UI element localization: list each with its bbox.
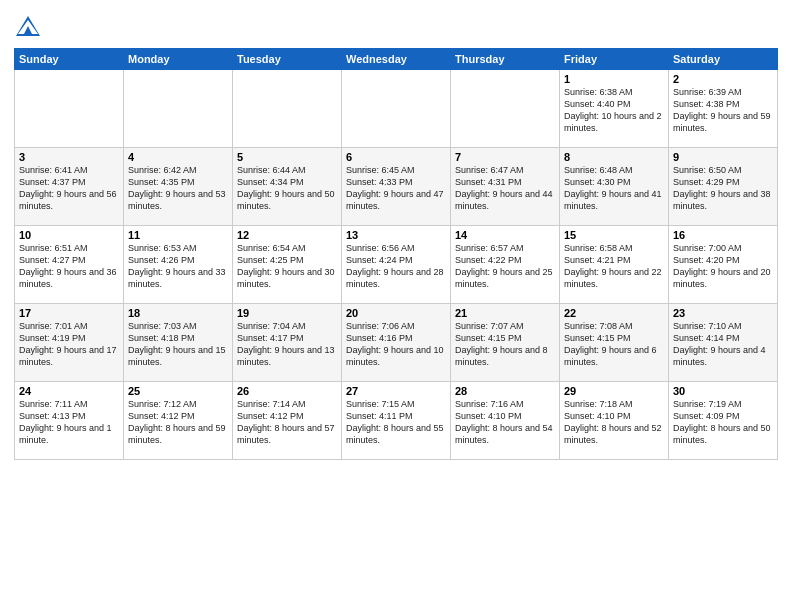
day-info: Sunrise: 7:14 AM Sunset: 4:12 PM Dayligh… <box>237 398 337 447</box>
day-info: Sunrise: 6:56 AM Sunset: 4:24 PM Dayligh… <box>346 242 446 291</box>
day-number: 7 <box>455 151 555 163</box>
day-info: Sunrise: 6:51 AM Sunset: 4:27 PM Dayligh… <box>19 242 119 291</box>
header-cell-wednesday: Wednesday <box>342 49 451 70</box>
header-cell-saturday: Saturday <box>669 49 778 70</box>
day-number: 5 <box>237 151 337 163</box>
day-number: 28 <box>455 385 555 397</box>
day-info: Sunrise: 6:48 AM Sunset: 4:30 PM Dayligh… <box>564 164 664 213</box>
calendar-cell: 11Sunrise: 6:53 AM Sunset: 4:26 PM Dayli… <box>124 226 233 304</box>
calendar-cell: 9Sunrise: 6:50 AM Sunset: 4:29 PM Daylig… <box>669 148 778 226</box>
day-info: Sunrise: 6:44 AM Sunset: 4:34 PM Dayligh… <box>237 164 337 213</box>
day-info: Sunrise: 7:07 AM Sunset: 4:15 PM Dayligh… <box>455 320 555 369</box>
day-info: Sunrise: 7:00 AM Sunset: 4:20 PM Dayligh… <box>673 242 773 291</box>
calendar-cell: 16Sunrise: 7:00 AM Sunset: 4:20 PM Dayli… <box>669 226 778 304</box>
calendar-cell: 14Sunrise: 6:57 AM Sunset: 4:22 PM Dayli… <box>451 226 560 304</box>
day-number: 23 <box>673 307 773 319</box>
day-number: 12 <box>237 229 337 241</box>
day-info: Sunrise: 6:47 AM Sunset: 4:31 PM Dayligh… <box>455 164 555 213</box>
day-info: Sunrise: 7:11 AM Sunset: 4:13 PM Dayligh… <box>19 398 119 447</box>
day-info: Sunrise: 6:50 AM Sunset: 4:29 PM Dayligh… <box>673 164 773 213</box>
day-number: 19 <box>237 307 337 319</box>
calendar-cell: 19Sunrise: 7:04 AM Sunset: 4:17 PM Dayli… <box>233 304 342 382</box>
day-info: Sunrise: 6:58 AM Sunset: 4:21 PM Dayligh… <box>564 242 664 291</box>
day-number: 18 <box>128 307 228 319</box>
week-row-2: 10Sunrise: 6:51 AM Sunset: 4:27 PM Dayli… <box>15 226 778 304</box>
calendar-cell: 23Sunrise: 7:10 AM Sunset: 4:14 PM Dayli… <box>669 304 778 382</box>
calendar-cell: 30Sunrise: 7:19 AM Sunset: 4:09 PM Dayli… <box>669 382 778 460</box>
day-number: 1 <box>564 73 664 85</box>
day-number: 11 <box>128 229 228 241</box>
day-number: 4 <box>128 151 228 163</box>
logo <box>14 14 46 42</box>
day-number: 16 <box>673 229 773 241</box>
day-info: Sunrise: 6:39 AM Sunset: 4:38 PM Dayligh… <box>673 86 773 135</box>
calendar-cell: 29Sunrise: 7:18 AM Sunset: 4:10 PM Dayli… <box>560 382 669 460</box>
day-info: Sunrise: 7:10 AM Sunset: 4:14 PM Dayligh… <box>673 320 773 369</box>
calendar-cell <box>233 70 342 148</box>
day-number: 8 <box>564 151 664 163</box>
day-number: 6 <box>346 151 446 163</box>
day-number: 17 <box>19 307 119 319</box>
calendar-body: 1Sunrise: 6:38 AM Sunset: 4:40 PM Daylig… <box>15 70 778 460</box>
day-info: Sunrise: 7:19 AM Sunset: 4:09 PM Dayligh… <box>673 398 773 447</box>
calendar-cell: 1Sunrise: 6:38 AM Sunset: 4:40 PM Daylig… <box>560 70 669 148</box>
week-row-3: 17Sunrise: 7:01 AM Sunset: 4:19 PM Dayli… <box>15 304 778 382</box>
header-cell-monday: Monday <box>124 49 233 70</box>
day-info: Sunrise: 6:38 AM Sunset: 4:40 PM Dayligh… <box>564 86 664 135</box>
logo-icon <box>14 14 42 42</box>
week-row-4: 24Sunrise: 7:11 AM Sunset: 4:13 PM Dayli… <box>15 382 778 460</box>
day-number: 15 <box>564 229 664 241</box>
page: SundayMondayTuesdayWednesdayThursdayFrid… <box>0 0 792 612</box>
day-number: 14 <box>455 229 555 241</box>
day-info: Sunrise: 6:45 AM Sunset: 4:33 PM Dayligh… <box>346 164 446 213</box>
day-number: 30 <box>673 385 773 397</box>
calendar-cell: 2Sunrise: 6:39 AM Sunset: 4:38 PM Daylig… <box>669 70 778 148</box>
day-number: 20 <box>346 307 446 319</box>
calendar-table: SundayMondayTuesdayWednesdayThursdayFrid… <box>14 48 778 460</box>
calendar-cell: 27Sunrise: 7:15 AM Sunset: 4:11 PM Dayli… <box>342 382 451 460</box>
header-cell-thursday: Thursday <box>451 49 560 70</box>
calendar-cell <box>451 70 560 148</box>
header-cell-tuesday: Tuesday <box>233 49 342 70</box>
day-number: 2 <box>673 73 773 85</box>
week-row-0: 1Sunrise: 6:38 AM Sunset: 4:40 PM Daylig… <box>15 70 778 148</box>
header-cell-friday: Friday <box>560 49 669 70</box>
day-number: 22 <box>564 307 664 319</box>
calendar-cell: 28Sunrise: 7:16 AM Sunset: 4:10 PM Dayli… <box>451 382 560 460</box>
day-number: 13 <box>346 229 446 241</box>
day-info: Sunrise: 7:18 AM Sunset: 4:10 PM Dayligh… <box>564 398 664 447</box>
calendar-cell: 4Sunrise: 6:42 AM Sunset: 4:35 PM Daylig… <box>124 148 233 226</box>
day-number: 27 <box>346 385 446 397</box>
day-number: 9 <box>673 151 773 163</box>
calendar-cell: 7Sunrise: 6:47 AM Sunset: 4:31 PM Daylig… <box>451 148 560 226</box>
calendar-cell: 15Sunrise: 6:58 AM Sunset: 4:21 PM Dayli… <box>560 226 669 304</box>
day-info: Sunrise: 6:53 AM Sunset: 4:26 PM Dayligh… <box>128 242 228 291</box>
day-info: Sunrise: 6:54 AM Sunset: 4:25 PM Dayligh… <box>237 242 337 291</box>
calendar-cell: 20Sunrise: 7:06 AM Sunset: 4:16 PM Dayli… <box>342 304 451 382</box>
calendar-cell: 5Sunrise: 6:44 AM Sunset: 4:34 PM Daylig… <box>233 148 342 226</box>
calendar-cell <box>342 70 451 148</box>
calendar-cell: 17Sunrise: 7:01 AM Sunset: 4:19 PM Dayli… <box>15 304 124 382</box>
day-info: Sunrise: 6:41 AM Sunset: 4:37 PM Dayligh… <box>19 164 119 213</box>
calendar-cell <box>15 70 124 148</box>
calendar-cell: 3Sunrise: 6:41 AM Sunset: 4:37 PM Daylig… <box>15 148 124 226</box>
day-info: Sunrise: 7:08 AM Sunset: 4:15 PM Dayligh… <box>564 320 664 369</box>
calendar-cell: 24Sunrise: 7:11 AM Sunset: 4:13 PM Dayli… <box>15 382 124 460</box>
day-number: 3 <box>19 151 119 163</box>
calendar-cell <box>124 70 233 148</box>
day-number: 10 <box>19 229 119 241</box>
day-number: 29 <box>564 385 664 397</box>
day-info: Sunrise: 7:06 AM Sunset: 4:16 PM Dayligh… <box>346 320 446 369</box>
week-row-1: 3Sunrise: 6:41 AM Sunset: 4:37 PM Daylig… <box>15 148 778 226</box>
day-info: Sunrise: 6:57 AM Sunset: 4:22 PM Dayligh… <box>455 242 555 291</box>
day-info: Sunrise: 7:16 AM Sunset: 4:10 PM Dayligh… <box>455 398 555 447</box>
calendar-cell: 6Sunrise: 6:45 AM Sunset: 4:33 PM Daylig… <box>342 148 451 226</box>
calendar-cell: 13Sunrise: 6:56 AM Sunset: 4:24 PM Dayli… <box>342 226 451 304</box>
calendar-cell: 10Sunrise: 6:51 AM Sunset: 4:27 PM Dayli… <box>15 226 124 304</box>
calendar-cell: 25Sunrise: 7:12 AM Sunset: 4:12 PM Dayli… <box>124 382 233 460</box>
calendar-cell: 22Sunrise: 7:08 AM Sunset: 4:15 PM Dayli… <box>560 304 669 382</box>
calendar-cell: 8Sunrise: 6:48 AM Sunset: 4:30 PM Daylig… <box>560 148 669 226</box>
day-info: Sunrise: 7:03 AM Sunset: 4:18 PM Dayligh… <box>128 320 228 369</box>
day-info: Sunrise: 7:01 AM Sunset: 4:19 PM Dayligh… <box>19 320 119 369</box>
day-number: 25 <box>128 385 228 397</box>
